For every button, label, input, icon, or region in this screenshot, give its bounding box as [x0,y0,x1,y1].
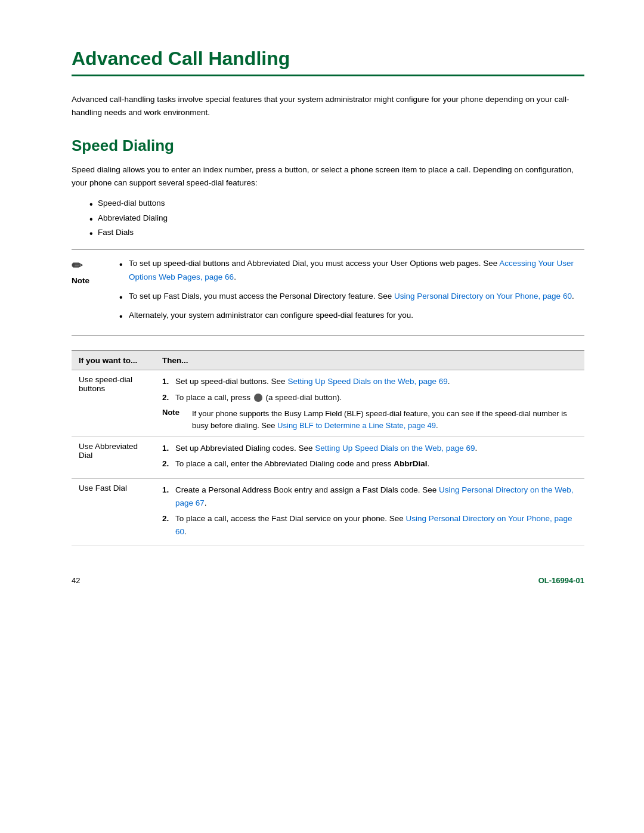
inner-note-label: Note [162,408,187,417]
row2-then: 1. Set up Abbreviated Dialing codes. See… [155,436,584,478]
abbrdial-bold: AbbrDial [394,459,427,468]
row1-then: 1. Set up speed-dial buttons. See Settin… [155,370,584,436]
row3-step1-link[interactable]: Using Personal Directory on the Web, pag… [175,485,574,507]
inner-note-text: If your phone supports the Busy Lamp Fie… [192,408,577,432]
speed-dial-button-icon [254,394,262,402]
note-item-2-link[interactable]: Using Personal Directory on Your Phone, … [394,292,572,301]
intro-text: Advanced call-handling tasks involve spe… [72,93,584,119]
note-label-col: ✏ Note [72,257,119,285]
row3-step2-link[interactable]: Using Personal Directory on Your Phone, … [175,514,572,536]
row1-step1-link[interactable]: Setting Up Speed Dials on the Web, page … [287,377,447,386]
step-content: To place a call, enter the Abbreviated D… [175,457,577,470]
note-item-1-text-before: To set up speed-dial buttons and Abbrevi… [129,259,499,268]
info-table: If you want to... Then... Use speed-dial… [72,350,584,546]
table-row: Use Fast Dial 1. Create a Personal Addre… [72,478,584,546]
step-num: 1. [162,442,172,455]
note-item-2-text-before: To set up Fast Dials, you must access th… [129,292,394,301]
page-title: Advanced Call Handling [72,48,584,70]
row2-step2: 2. To place a call, enter the Abbreviate… [162,457,577,470]
list-item: Speed-dial buttons [89,196,584,210]
note-item-3-text: Alternately, your system administrator c… [129,311,413,320]
title-rule [72,75,584,76]
step-content: Create a Personal Address Book entry and… [175,484,577,509]
step-num: 2. [162,512,172,525]
table-inner-note: Note If your phone supports the Busy Lam… [162,408,577,432]
list-item: Fast Dials [89,225,584,240]
step-content: Set up Abbreviated Dialing codes. See Se… [175,442,577,455]
row3-want-text: Use Fast Dial [79,484,127,493]
row1-step1: 1. Set up speed-dial buttons. See Settin… [162,375,577,388]
col-header-want: If you want to... [72,351,155,370]
note-bullet-list: To set up speed-dial buttons and Abbrevi… [119,257,584,322]
row2-want: Use AbbreviatedDial [72,436,155,478]
page-footer: 42 OL-16994-01 [72,570,584,585]
doc-number: OL-16994-01 [538,576,584,585]
step-content: To place a call, press (a speed-dial but… [175,391,577,404]
row2-step1: 1. Set up Abbreviated Dialing codes. See… [162,442,577,455]
pencil-icon: ✏ [72,258,82,274]
step-num: 2. [162,457,172,470]
table-header-row: If you want to... Then... [72,351,584,370]
table-row: Use AbbreviatedDial 1. Set up Abbreviate… [72,436,584,478]
blf-link[interactable]: Using BLF to Determine a Line State, pag… [277,421,436,430]
section-intro: Speed dialing allows you to enter an ind… [72,163,584,189]
note-item-1: To set up speed-dial buttons and Abbrevi… [119,257,584,284]
note-item-2: To set up Fast Dials, you must access th… [119,290,584,303]
row3-step2: 2. To place a call, access the Fast Dial… [162,512,577,538]
step-num: 1. [162,375,172,388]
step-content: Set up speed-dial buttons. See Setting U… [175,375,577,388]
note-label: Note [72,276,89,285]
note-item-2-text-after: . [572,292,574,301]
note-content: To set up speed-dial buttons and Abbrevi… [119,257,584,328]
step-num: 2. [162,391,172,404]
row3-want: Use Fast Dial [72,478,155,546]
step-num: 1. [162,484,172,497]
note-item-3: Alternately, your system administrator c… [119,309,584,322]
row2-want-text: Use AbbreviatedDial [79,442,138,460]
step-content: To place a call, access the Fast Dial se… [175,512,577,538]
row3-then: 1. Create a Personal Address Book entry … [155,478,584,546]
feature-bullet-list: Speed-dial buttons Abbreviated Dialing F… [89,196,584,240]
row1-step2: 2. To place a call, press (a speed-dial … [162,391,577,404]
col-header-then: Then... [155,351,584,370]
row1-want: Use speed-dialbuttons [72,370,155,436]
list-item: Abbreviated Dialing [89,211,584,225]
row2-step1-link[interactable]: Setting Up Speed Dials on the Web, page … [315,444,475,453]
table-row: Use speed-dialbuttons 1. Set up speed-di… [72,370,584,436]
note-item-1-text-after: . [234,272,236,281]
section-title: Speed Dialing [72,137,584,155]
row1-want-text: Use speed-dialbuttons [79,375,132,393]
note-section: ✏ Note To set up speed-dial buttons and … [72,249,584,336]
page-number: 42 [72,576,80,585]
row3-step1: 1. Create a Personal Address Book entry … [162,484,577,509]
